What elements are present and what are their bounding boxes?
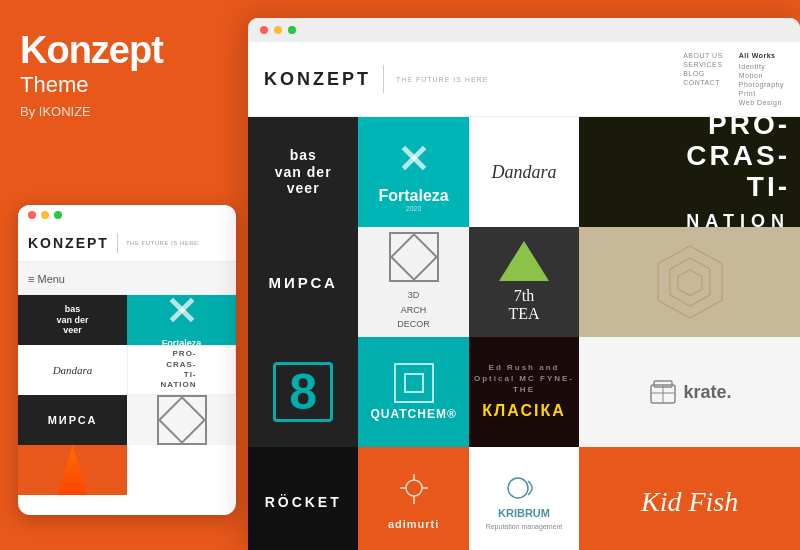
svg-marker-0 (658, 246, 722, 318)
mirca-text: МИРСА (269, 274, 338, 291)
nav-works-label: All Works (739, 52, 784, 59)
mobile-bas-text: basvan derveer (56, 304, 88, 336)
desktop-dot-red (260, 26, 268, 34)
desktop-top-bar (248, 18, 800, 42)
cross-icon (162, 295, 202, 330)
grid-cell-pro[interactable]: PRO-CRAS-TI-NATION (579, 117, 800, 227)
nav-services[interactable]: SERVICES (683, 61, 723, 68)
mobile-logo: KONZEPT (28, 235, 109, 251)
grid-cell-adimurti[interactable]: adimurti (358, 447, 468, 550)
mobile-cell-dandara: Dandara (18, 345, 127, 395)
dot-red (28, 211, 36, 219)
kribrum-text: KRIBRUMReputation management (486, 507, 563, 531)
kribrum-content: KRIBRUMReputation management (486, 473, 563, 531)
grid-cell-tea[interactable]: 7thTEA (469, 227, 579, 337)
mobile-fortaleza-text: Fortaleza (162, 338, 202, 345)
fortaleza-cross-icon (389, 133, 439, 183)
krate-content: krate. (648, 377, 732, 407)
dot-green (54, 211, 62, 219)
quatchem-icon (394, 363, 434, 403)
tea-mountain-icon (499, 241, 549, 281)
klasika-subtitle: Ed Rush and Optical MC FYNE-THE (473, 362, 575, 396)
desktop-grid: basvan derveer Fortaleza 2020 Dandara PR… (248, 117, 800, 550)
grid-cell-kidfish[interactable]: Kid Fish (579, 447, 800, 550)
mobile-mirca-text: МИРСА (48, 414, 98, 426)
desktop-header: KONZEPT THE FUTURE IS HERE ABOUT US SERV… (248, 42, 800, 117)
mobile-dandara-text: Dandara (53, 364, 93, 376)
desktop-divider (383, 65, 384, 93)
nav-identity[interactable]: Identity (739, 63, 784, 70)
adimurti-icon (394, 474, 434, 514)
nav-about[interactable]: ABOUT US (683, 52, 723, 59)
nav-webdesign[interactable]: Web Design (739, 99, 784, 106)
archd-square-icon (389, 232, 439, 282)
kribrum-icon (506, 473, 541, 503)
nav-motion[interactable]: Motion (739, 72, 784, 79)
grid-cell-quatchem[interactable]: QUATCHEM® (358, 337, 468, 447)
mobile-cell-pro: PRO-CRAS-TI-NATION (127, 345, 236, 395)
fortaleza-year: 2020 (378, 205, 448, 212)
geo-hexagon-icon (650, 242, 730, 322)
grid-cell-archd[interactable]: 3DARCHDECOR (358, 227, 468, 337)
adimurti-content: adimurti (388, 474, 439, 530)
mobile-nav[interactable]: ≡ Menu (18, 262, 236, 295)
mobile-pro-text: PRO-CRAS-TI-NATION (160, 349, 202, 391)
grid-cell-icon8[interactable]: 8 (248, 337, 358, 447)
desktop-dot-yellow (274, 26, 282, 34)
nav-print[interactable]: Print (739, 90, 784, 97)
nav-photography[interactable]: Photography (739, 81, 784, 88)
brand-by: By IKONIZE (20, 104, 228, 119)
mobile-tagline: THE FUTURE IS HERE (126, 240, 199, 246)
mobile-cell-rocket (18, 445, 127, 495)
klasika-main: КЛАСIКА (473, 400, 575, 422)
icon8-text: 8 (273, 362, 333, 422)
svg-point-12 (508, 478, 528, 498)
grid-cell-klasika[interactable]: Ed Rush and Optical MC FYNE-THE КЛАСIКА (469, 337, 579, 447)
nav-blog[interactable]: BLOG (683, 70, 723, 77)
grid-cell-mirca[interactable]: МИРСА (248, 227, 358, 337)
svg-marker-2 (678, 270, 702, 296)
rocket-text: RÖCKET (265, 494, 342, 510)
fortaleza-text: Fortaleza (378, 187, 448, 205)
grid-cell-fortaleza[interactable]: Fortaleza 2020 (358, 117, 468, 227)
desktop-nav-group-2: All Works Identity Motion Photography Pr… (739, 52, 784, 106)
desktop-tagline: THE FUTURE IS HERE (396, 76, 488, 83)
grid-cell-rocket[interactable]: RÖCKET (248, 447, 358, 550)
mobile-header: KONZEPT THE FUTURE IS HERE (18, 225, 236, 262)
mobile-cell-archd (127, 395, 236, 445)
nav-contact[interactable]: CONTACT (683, 79, 723, 86)
klasika-text: Ed Rush and Optical MC FYNE-THE КЛАСIКА (469, 358, 579, 426)
dandara-text: Dandara (491, 162, 556, 183)
dot-yellow (41, 211, 49, 219)
adimurti-text: adimurti (388, 518, 439, 530)
grid-cell-geo[interactable] (579, 227, 800, 337)
pro-text: PRO-CRAS-TI-NATION (579, 117, 800, 227)
kidfish-text: Kid Fish (641, 486, 738, 518)
mobile-grid: basvan derveer Fortaleza Dandara PRO-CRA… (18, 295, 236, 495)
mobile-cell-fortaleza: Fortaleza (127, 295, 236, 345)
mobile-mockup: KONZEPT THE FUTURE IS HERE ≡ Menu basvan… (18, 205, 236, 515)
mobile-cell-bas: basvan derveer (18, 295, 127, 345)
mobile-logo-divider (117, 233, 118, 253)
bas-text: basvan derveer (275, 147, 332, 197)
svg-marker-1 (670, 258, 710, 306)
brand-subtitle: Theme (20, 72, 228, 98)
rocket-flame-icon (58, 445, 88, 495)
grid-cell-kribrum[interactable]: KRIBRUMReputation management (469, 447, 579, 550)
krate-box-icon (648, 377, 678, 407)
mobile-cell-mirca: МИРСА (18, 395, 127, 445)
krate-text: krate. (684, 382, 732, 403)
grid-cell-dandara[interactable]: Dandara (469, 117, 579, 227)
archd-icon (157, 395, 207, 445)
desktop-nav-group-1: ABOUT US SERVICES BLOG CONTACT (683, 52, 723, 106)
desktop-mockup: KONZEPT THE FUTURE IS HERE ABOUT US SERV… (248, 18, 800, 550)
desktop-logo: KONZEPT (264, 69, 371, 90)
desktop-nav: ABOUT US SERVICES BLOG CONTACT All Works… (683, 52, 784, 106)
mobile-cell-kribrum (127, 445, 236, 495)
grid-cell-krate[interactable]: krate. (579, 337, 800, 447)
grid-cell-bas[interactable]: basvan derveer (248, 117, 358, 227)
mobile-top-bar (18, 205, 236, 225)
left-panel: Konzept Theme By IKONIZE KONZEPT THE FUT… (0, 0, 248, 550)
svg-point-7 (406, 480, 422, 496)
quatchem-text: QUATCHEM® (370, 407, 456, 421)
